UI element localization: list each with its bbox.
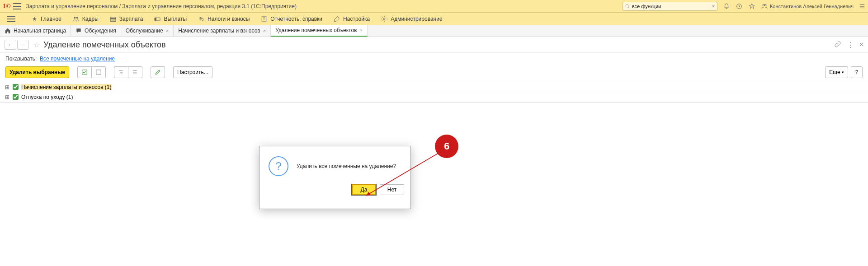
tab-label: Обсуждения <box>85 28 116 34</box>
menu-label: Настройка <box>343 16 370 22</box>
svg-line-1 <box>628 7 629 8</box>
star-icon[interactable] <box>748 3 755 10</box>
clear-search-icon[interactable]: × <box>712 3 715 9</box>
tree-row[interactable]: ⊞ Отпуска по уходу (1) <box>0 92 868 102</box>
tab-label: Удаление помеченных объектов <box>275 27 357 33</box>
svg-rect-20 <box>96 70 101 75</box>
svg-point-9 <box>76 17 78 19</box>
svg-point-18 <box>383 18 385 20</box>
app-title: Зарплата и управление персоналом / Зарпл… <box>26 3 622 9</box>
filter-row: Показывать: Все помеченные на удаление <box>0 53 868 65</box>
panel-toggle-icon[interactable] <box>859 3 865 9</box>
svg-rect-14 <box>155 18 156 21</box>
user-name: Константинов Алексей Геннадиевич <box>770 4 854 9</box>
menu-label: Главное <box>41 16 61 22</box>
menu-label: Зарплата <box>119 16 143 22</box>
delete-selected-button[interactable]: Удалить выбранные <box>5 66 69 78</box>
collapse-all-button[interactable] <box>128 66 142 78</box>
svg-rect-10 <box>110 17 116 19</box>
menu-admin[interactable]: Администрирование <box>376 14 447 24</box>
menu-nalogi[interactable]: %Налоги и взносы <box>193 14 254 24</box>
toolbar: Удалить выбранные Настроить... Еще ▾ ? <box>0 65 868 82</box>
menu-label: Отчетность, справки <box>270 16 322 22</box>
tree-row[interactable]: ⊞ Начисление зарплаты и взносов (1) <box>0 82 868 92</box>
tree-list: ⊞ Начисление зарплаты и взносов (1) ⊞ От… <box>0 82 868 103</box>
tab-label: Обслуживание <box>126 28 163 34</box>
menu-icon[interactable] <box>13 3 21 9</box>
svg-rect-11 <box>110 19 116 20</box>
page-title: Удаление помеченных объектов <box>43 40 834 50</box>
menu-label: Налоги и взносы <box>208 16 250 22</box>
configure-button[interactable]: Настроить... <box>173 66 212 78</box>
tab-home[interactable]: Начальная страница <box>0 25 71 37</box>
callout-badge: 6 <box>435 135 458 158</box>
search-input[interactable] <box>632 4 712 9</box>
svg-point-3 <box>763 4 764 6</box>
more-button[interactable]: Еще ▾ <box>825 66 848 78</box>
svg-point-8 <box>74 17 75 19</box>
tab-label: Начисление зарплаты и взносов <box>178 28 260 34</box>
menu-nastroyka[interactable]: Настройка <box>329 14 374 24</box>
expand-all-button[interactable] <box>114 66 128 78</box>
edit-button[interactable] <box>151 66 165 78</box>
tab-discussions[interactable]: Обсуждения <box>71 25 121 37</box>
logo-1c: 1© <box>3 3 10 10</box>
menu-label: Администрирование <box>391 16 442 22</box>
close-icon[interactable]: × <box>263 28 266 33</box>
tabbar: Начальная страница Обсуждения Обслуживан… <box>0 25 868 37</box>
svg-point-4 <box>764 4 766 6</box>
command-row: ← → ☆ Удаление помеченных объектов ⋮ × <box>0 37 868 53</box>
close-page-icon[interactable]: × <box>859 41 863 49</box>
chevron-down-icon: ▾ <box>842 70 844 75</box>
history-icon[interactable] <box>736 3 743 10</box>
titlebar: 1© Зарплата и управление персоналом / За… <box>0 0 868 13</box>
tab-obsluzh[interactable]: Обслуживание× <box>121 25 174 37</box>
nav-forward-button[interactable]: → <box>17 40 29 50</box>
uncheck-all-button[interactable] <box>91 66 106 78</box>
menu-apps-button[interactable] <box>3 14 24 24</box>
user-icon <box>761 3 768 10</box>
tab-label: Начальная страница <box>14 28 66 34</box>
menu-kadry[interactable]: Кадры <box>68 14 103 24</box>
kebab-icon[interactable]: ⋮ <box>847 41 854 49</box>
tab-nachislenie[interactable]: Начисление зарплаты и взносов× <box>174 25 271 37</box>
filter-link[interactable]: Все помеченные на удаление <box>40 56 115 62</box>
global-search[interactable]: × <box>623 2 717 11</box>
svg-line-27 <box>366 150 443 196</box>
check-all-button[interactable] <box>77 66 91 78</box>
row-label: Начисление зарплаты и взносов (1) <box>21 84 112 90</box>
filter-label: Показывать: <box>5 56 37 62</box>
row-checkbox[interactable] <box>13 84 19 90</box>
close-icon[interactable]: × <box>166 28 169 33</box>
menu-vyplaty[interactable]: Выплаты <box>149 14 191 24</box>
menu-label: Выплаты <box>164 16 187 22</box>
menu-label: Кадры <box>82 16 99 22</box>
close-icon[interactable]: × <box>359 28 362 33</box>
svg-rect-12 <box>110 20 116 21</box>
bell-icon[interactable] <box>723 3 730 10</box>
row-label: Отпуска по уходу (1) <box>21 94 73 100</box>
row-checkbox[interactable] <box>13 94 19 100</box>
expand-icon[interactable]: ⊞ <box>5 94 10 100</box>
svg-point-0 <box>626 5 628 7</box>
more-label: Еще <box>829 69 840 75</box>
mainmenu: ★Главное Кадры Зарплата Выплаты %Налоги … <box>0 13 868 25</box>
search-icon <box>625 4 630 9</box>
menu-otchet[interactable]: Отчетность, справки <box>256 14 327 24</box>
expand-icon[interactable]: ⊞ <box>5 84 10 90</box>
user-block[interactable]: Константинов Алексей Геннадиевич <box>761 3 854 10</box>
link-icon[interactable] <box>834 41 841 48</box>
favorite-icon[interactable]: ☆ <box>33 41 40 49</box>
nav-back-button[interactable]: ← <box>5 40 16 50</box>
menu-zarplata[interactable]: Зарплата <box>105 14 148 24</box>
menu-main[interactable]: ★Главное <box>26 14 66 24</box>
question-icon: ? <box>269 156 288 176</box>
help-button[interactable]: ? <box>851 66 863 78</box>
tab-udalenie[interactable]: Удаление помеченных объектов× <box>271 25 368 37</box>
